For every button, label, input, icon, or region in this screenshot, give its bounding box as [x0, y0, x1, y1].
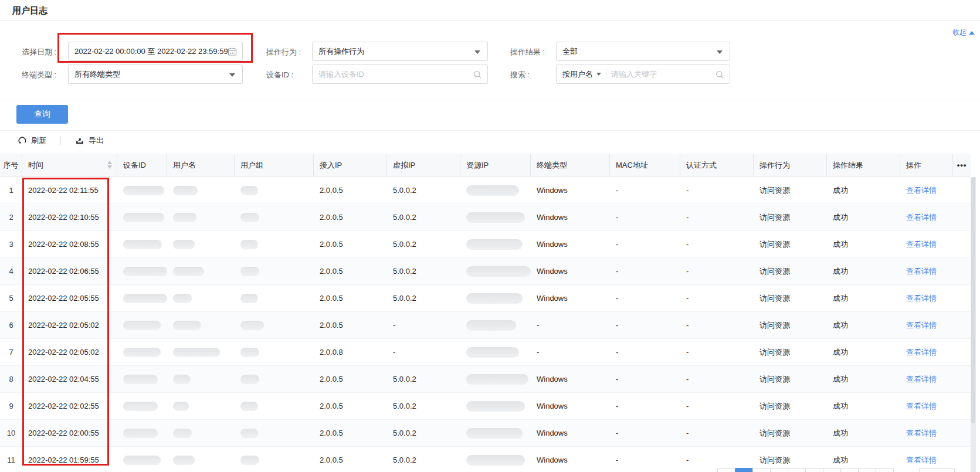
redacted-group-value — [240, 456, 259, 465]
view-details-link[interactable]: 查看详情 — [906, 347, 937, 358]
cell-no: 8 — [0, 366, 22, 392]
action-filter-select[interactable]: 所有操作行为 — [312, 42, 488, 61]
cell-virtual_ip: 5.0.0.2 — [387, 420, 460, 446]
pagination-page-button[interactable] — [770, 468, 788, 472]
view-details-link[interactable]: 查看详情 — [906, 293, 937, 304]
pagination-page-button[interactable] — [752, 468, 771, 472]
cell-auth: - — [680, 393, 754, 419]
cell-mac: - — [610, 204, 680, 230]
search-keyword-input[interactable] — [606, 65, 730, 83]
cell-terminal: Windows — [531, 204, 610, 230]
result-filter-select[interactable]: 全部 — [556, 42, 730, 61]
redacted-user-value — [173, 294, 192, 303]
cell-device — [117, 366, 167, 392]
cell-access_ip: 2.0.0.5 — [314, 366, 387, 392]
cell-virtual_ip: 5.0.0.2 — [387, 258, 460, 284]
pagination-page-button[interactable] — [858, 468, 876, 472]
column-header-label: 操作结果 — [833, 160, 863, 171]
export-button[interactable]: 导出 — [75, 135, 104, 146]
cell-mac: - — [610, 393, 680, 419]
cell-spacer — [953, 420, 971, 446]
cell-no: 3 — [0, 231, 22, 257]
more-columns-button[interactable]: ••• — [953, 154, 971, 176]
column-header-no: 序号 — [0, 154, 22, 176]
cell-device — [117, 258, 167, 284]
view-details-link[interactable]: 查看详情 — [906, 239, 937, 250]
cell-device — [117, 420, 167, 446]
cell-group — [235, 285, 314, 311]
column-header-label: MAC地址 — [616, 160, 648, 171]
cell-auth: - — [680, 366, 754, 392]
column-header-label: 虚拟IP — [393, 160, 415, 171]
column-header-mac: MAC地址 — [610, 154, 680, 176]
search-icon[interactable] — [473, 70, 482, 81]
terminal-filter-select[interactable]: 所有终端类型 — [68, 64, 243, 84]
device-id-field — [312, 64, 488, 84]
terminal-filter-label: 终端类型 : — [22, 70, 56, 80]
cell-auth: - — [680, 312, 754, 338]
cell-resource — [460, 231, 531, 257]
device-id-label: 设备ID : — [266, 70, 293, 80]
cell-result: 成功 — [827, 312, 900, 338]
redacted-group-value — [240, 294, 258, 303]
table-row: 102022-02-22 02:00:552.0.0.55.0.0.2Windo… — [0, 420, 971, 447]
divider — [0, 100, 980, 100]
device-id-input[interactable] — [313, 65, 487, 83]
cell-action: 查看详情 — [900, 258, 953, 284]
view-details-link[interactable]: 查看详情 — [906, 266, 937, 277]
refresh-button[interactable]: 刷新 — [18, 135, 46, 146]
cell-result: 成功 — [827, 231, 900, 257]
vertical-scrollbar[interactable] — [971, 177, 976, 472]
pagination-prev-button[interactable] — [717, 468, 735, 472]
chevron-down-icon — [596, 73, 601, 76]
date-range-input[interactable]: 2022-02-22 00:00:00 至 2022-02-22 23:59:5… — [68, 42, 243, 61]
pagination-page-button[interactable] — [805, 468, 823, 472]
cell-device — [117, 177, 167, 203]
table-header: 序号时间设备ID用户名用户组接入IP虚拟IP资源IP终端类型MAC地址认证方式操… — [0, 154, 971, 177]
table-row: 72022-02-22 02:05:022.0.0.8----访问资源成功查看详… — [0, 339, 971, 366]
cell-group — [235, 177, 314, 203]
view-details-link[interactable]: 查看详情 — [906, 455, 937, 466]
view-details-link[interactable]: 查看详情 — [906, 212, 937, 223]
calendar-icon[interactable] — [228, 47, 237, 58]
cell-action: 查看详情 — [900, 366, 953, 392]
cell-behavior: 访问资源 — [754, 420, 827, 446]
redacted-user-value — [173, 240, 195, 249]
cell-terminal: - — [531, 312, 610, 338]
view-details-link[interactable]: 查看详情 — [906, 320, 937, 331]
cell-resource — [460, 420, 531, 446]
cell-result: 成功 — [827, 366, 900, 392]
action-filter-label: 操作行为 : — [266, 47, 301, 57]
pagination-page-button[interactable] — [788, 468, 806, 472]
cell-result: 成功 — [827, 258, 900, 284]
column-header-group: 用户组 — [235, 154, 314, 176]
cell-terminal: - — [531, 339, 610, 365]
collapse-filters-link[interactable]: 收起 — [952, 28, 975, 38]
pagination-page-button[interactable] — [876, 468, 894, 472]
view-details-link[interactable]: 查看详情 — [906, 374, 937, 385]
cell-action: 查看详情 — [900, 339, 953, 365]
sort-time-icon[interactable] — [107, 161, 112, 169]
view-details-link[interactable]: 查看详情 — [906, 428, 937, 439]
cell-device — [117, 339, 167, 365]
search-mode-select[interactable]: 按用户名 — [557, 69, 601, 80]
cell-device — [117, 312, 167, 338]
column-header-label: 资源IP — [466, 160, 489, 171]
column-header-label: 时间 — [28, 160, 43, 171]
view-details-link[interactable]: 查看详情 — [906, 185, 937, 196]
pagination-page-current[interactable] — [735, 468, 753, 472]
column-header-access_ip: 接入IP — [314, 154, 387, 176]
search-icon[interactable] — [715, 70, 724, 81]
pagination-page-button[interactable] — [823, 468, 841, 472]
scrollbar-thumb[interactable] — [971, 177, 975, 423]
pagination-page-button[interactable] — [840, 468, 859, 472]
view-details-link[interactable]: 查看详情 — [906, 401, 937, 412]
pagination-next-group-button[interactable] — [919, 468, 955, 472]
cell-spacer — [953, 393, 971, 419]
cell-auth: - — [680, 231, 754, 257]
cell-behavior: 访问资源 — [754, 312, 827, 338]
cell-mac: - — [610, 258, 680, 284]
column-header-label: 用户组 — [240, 160, 263, 171]
query-button[interactable]: 查询 — [16, 105, 68, 124]
cell-auth: - — [680, 285, 754, 311]
